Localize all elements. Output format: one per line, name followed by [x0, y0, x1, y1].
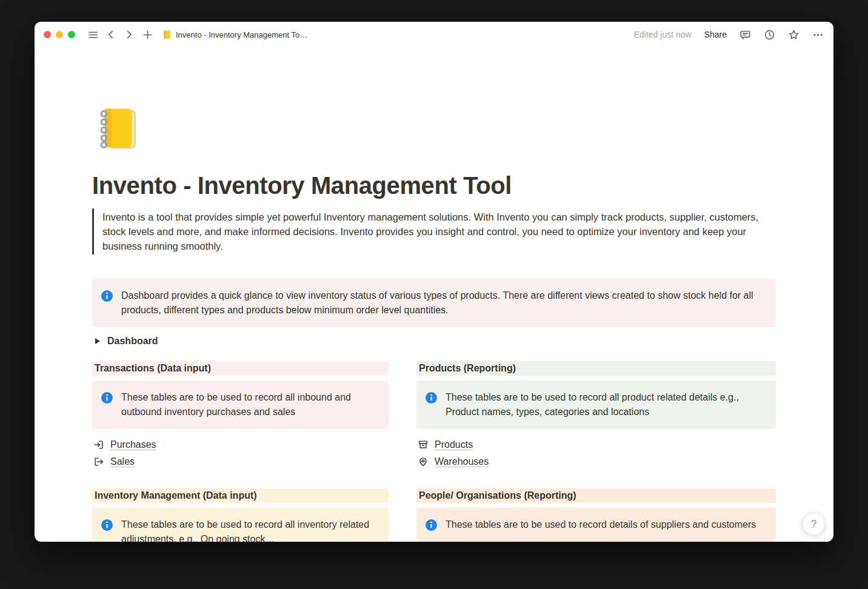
- page-scroll-area: Invento - Inventory Management Tool Inve…: [35, 47, 833, 542]
- page-body: Invento - Inventory Management Tool Inve…: [92, 47, 776, 542]
- info-icon: [101, 391, 113, 404]
- section-people-organisations: People/ Organisations (Reporting) These …: [416, 488, 776, 542]
- callout-text: These tables are to be used to record al…: [121, 390, 379, 419]
- section-links: Products Warehouses: [416, 436, 776, 470]
- window-controls: [44, 31, 75, 38]
- section-heading: People/ Organisations (Reporting): [416, 488, 776, 503]
- page-link-label: Purchases: [110, 439, 156, 450]
- page-link-label: Warehouses: [435, 456, 489, 467]
- close-window-button[interactable]: [44, 31, 51, 38]
- section-callout: These tables are to be used to record al…: [92, 508, 389, 542]
- page-icon[interactable]: [92, 104, 139, 151]
- new-tab-icon[interactable]: [139, 27, 155, 42]
- section-heading: Products (Reporting): [416, 361, 776, 376]
- info-icon: [425, 519, 438, 531]
- more-icon[interactable]: [812, 29, 824, 41]
- section-heading: Transactions (Data input): [92, 361, 389, 376]
- desktop-background: Invento - Inventory Management To… Edite…: [0, 0, 868, 589]
- page-link-label: Sales: [110, 456, 135, 467]
- callout-text: These tables are to be used to record al…: [121, 517, 379, 542]
- section-callout: These tables are to be used to record al…: [416, 381, 776, 429]
- page-link-purchases[interactable]: Purchases: [92, 436, 158, 453]
- toggle-label: Dashboard: [107, 336, 158, 347]
- app-window: Invento - Inventory Management To… Edite…: [35, 22, 833, 542]
- dashboard-callout: Dashboard provides a quick glance to vie…: [92, 279, 776, 327]
- section-inventory-management: Inventory Management (Data input) These …: [92, 488, 389, 542]
- section-links: Purchases Sales: [92, 436, 389, 470]
- quote-text: Invento is a tool that provides simple y…: [102, 211, 758, 251]
- page-link-warehouses[interactable]: Warehouses: [416, 453, 490, 470]
- section-heading: Inventory Management (Data input): [92, 488, 389, 503]
- help-button[interactable]: ?: [803, 513, 825, 535]
- dashboard-toggle[interactable]: Dashboard: [92, 333, 159, 349]
- location-pin-icon: [418, 456, 429, 467]
- page-link-products[interactable]: Products: [416, 436, 474, 453]
- columns-row-1: Transactions (Data input) These tables a…: [92, 361, 776, 470]
- edited-status: Edited just now: [634, 30, 692, 39]
- export-icon: [93, 456, 104, 467]
- titlebar-actions: Edited just now Share: [634, 29, 824, 41]
- callout-text: Dashboard provides a quick glance to vie…: [121, 288, 766, 318]
- notebook-icon: [162, 30, 172, 39]
- import-icon: [93, 439, 104, 450]
- columns-row-2: Inventory Management (Data input) These …: [92, 488, 776, 542]
- share-button[interactable]: Share: [704, 30, 727, 39]
- info-icon: [425, 391, 438, 404]
- forward-icon[interactable]: [121, 27, 137, 42]
- minimize-window-button[interactable]: [56, 31, 63, 38]
- info-icon: [101, 290, 113, 302]
- quote-block: Invento is a tool that provides simple y…: [92, 208, 764, 255]
- page-link-sales[interactable]: Sales: [92, 453, 136, 470]
- titlebar: Invento - Inventory Management To… Edite…: [35, 22, 833, 47]
- toggle-arrow-icon: [93, 338, 102, 345]
- comments-icon[interactable]: [739, 29, 751, 41]
- callout-text: These tables are to be used to record al…: [446, 390, 766, 419]
- history-icon[interactable]: [764, 29, 775, 41]
- section-products: Products (Reporting) These tables are to…: [416, 361, 776, 470]
- zoom-window-button[interactable]: [68, 31, 75, 38]
- tab-title: Invento - Inventory Management To…: [176, 30, 307, 39]
- section-callout: These tables are to be used to record al…: [92, 381, 389, 429]
- active-tab[interactable]: Invento - Inventory Management To…: [162, 30, 307, 39]
- back-icon[interactable]: [103, 27, 119, 42]
- section-callout: These tables are to be used to record de…: [416, 508, 776, 542]
- info-icon: [101, 519, 113, 531]
- notebook-icon: [92, 104, 139, 151]
- menu-icon[interactable]: [85, 27, 101, 42]
- section-transactions: Transactions (Data input) These tables a…: [92, 361, 389, 470]
- favorite-star-icon[interactable]: [788, 29, 800, 41]
- archive-icon: [418, 439, 429, 450]
- page-link-label: Products: [435, 439, 473, 450]
- page-title: Invento - Inventory Management Tool: [92, 171, 776, 200]
- callout-text: These tables are to be used to record de…: [446, 517, 756, 532]
